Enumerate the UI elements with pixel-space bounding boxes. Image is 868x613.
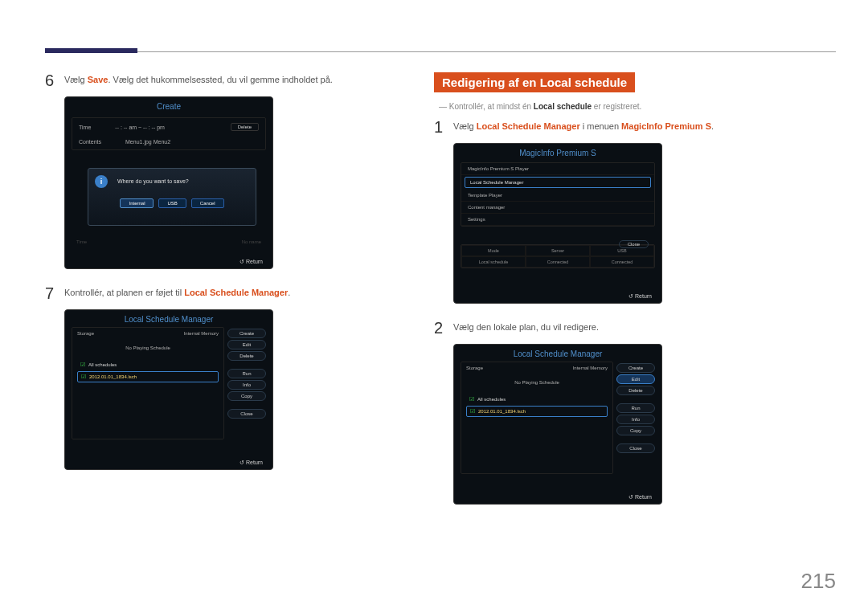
panel-create: Create Time -- : -- am ~ -- : -- pm Dele…	[64, 96, 273, 269]
save-dialog: i Where do you want to save? Internal US…	[88, 168, 256, 226]
panel-title: Local Schedule Manager	[454, 345, 661, 362]
delete-button[interactable]: Delete	[227, 351, 266, 361]
no-playing-label: No Playing Schedule	[466, 380, 608, 385]
schedule-file-row[interactable]: ☑2012.01.01_1834.lsch	[77, 371, 219, 382]
info-icon: i	[95, 175, 108, 188]
step-2-text: Vælg den lokale plan, du vil redigere.	[453, 320, 599, 333]
panel-lsm-2: Local Schedule Manager Storage Internal …	[453, 344, 662, 505]
step-2: 2 Vælg den lokale plan, du vil redigere.	[434, 320, 828, 336]
lsm-list: Storage Internal Memory No Playing Sched…	[72, 327, 224, 439]
info-button[interactable]: Info	[616, 415, 655, 424]
label-storage: Storage	[466, 366, 483, 370]
panel-title: Create	[65, 97, 272, 114]
return-hint: Return	[240, 259, 263, 265]
section-title: Redigering af en Local schedule	[434, 72, 635, 92]
all-schedules-row[interactable]: ☑All schedules	[466, 394, 608, 404]
panel-title: Local Schedule Manager	[65, 310, 272, 327]
check-icon: ☑	[469, 396, 474, 403]
info-button[interactable]: Info	[227, 380, 266, 390]
step-7-text: Kontrollér, at planen er føjet til Local…	[64, 285, 290, 299]
lsm-body: Storage Internal Memory No Playing Sched…	[461, 362, 655, 474]
schedule-file-row[interactable]: ☑2012.01.01_1834.lsch	[466, 406, 608, 417]
delete-button[interactable]: Delete	[616, 386, 655, 395]
step-number: 1	[434, 119, 453, 135]
mi-item-lsm[interactable]: Local Schedule Manager	[465, 177, 651, 188]
label-internal-memory: Internal Memory	[573, 366, 608, 370]
close-button[interactable]: Close	[227, 409, 266, 419]
run-button[interactable]: Run	[227, 369, 266, 378]
lsm-list: Storage Internal Memory No Playing Sched…	[461, 362, 613, 474]
internal-button[interactable]: Internal	[120, 198, 154, 208]
delete-button[interactable]: Delete	[231, 123, 259, 131]
row-contents: Contents Menu1.jpg Menu2	[77, 137, 260, 146]
row-time: Time -- : -- am ~ -- : -- pm Delete	[77, 121, 260, 133]
check-icon: ☑	[80, 362, 85, 368]
bottom-row: Time No name	[76, 239, 261, 244]
step-6-text: Vælg Save. Vælg det hukommelsessted, du …	[64, 72, 333, 86]
check-icon: ☑	[81, 374, 86, 380]
no-playing-label: No Playing Schedule	[77, 345, 219, 350]
mi-item-player[interactable]: MagicInfo Premium S Player	[461, 163, 654, 175]
step-6: 6 Vælg Save. Vælg det hukommelsessted, d…	[45, 72, 415, 88]
mi-item-content[interactable]: Content manager	[461, 202, 654, 214]
status-v-mode: Local schedule	[461, 256, 526, 268]
panel-create-inner: Time -- : -- am ~ -- : -- pm Delete Cont…	[72, 117, 266, 150]
mi-item-settings[interactable]: Settings	[461, 214, 654, 226]
run-button[interactable]: Run	[616, 403, 655, 413]
cancel-button[interactable]: Cancel	[191, 198, 224, 208]
left-column: 6 Vælg Save. Vælg det hukommelsessted, d…	[45, 72, 415, 486]
lsm-body: Storage Internal Memory No Playing Sched…	[72, 327, 266, 439]
lsm-header-row: Storage Internal Memory	[466, 366, 608, 370]
note: Kontrollér, at mindst én Local schedule …	[434, 102, 828, 111]
label-internal-memory: Internal Memory	[184, 331, 219, 336]
step-1-text: Vælg Local Schedule Manager i menuen Mag…	[453, 119, 714, 133]
status-v-usb: Connected	[590, 256, 654, 268]
label-contents: Contents	[79, 139, 101, 145]
lsm-header-row: Storage Internal Memory	[77, 331, 219, 336]
close-button[interactable]: Close	[616, 443, 655, 453]
contents-value: Menu1.jpg Menu2	[125, 139, 170, 145]
mi-item-template[interactable]: Template Player	[461, 190, 654, 202]
copy-button[interactable]: Copy	[227, 391, 266, 401]
lsm-buttons: Create Edit Delete Run Info Copy Close	[613, 362, 655, 474]
copy-button[interactable]: Copy	[616, 426, 655, 435]
panel-magicinfo: MagicInfo Premium S MagicInfo Premium S …	[453, 143, 662, 304]
return-hint: Return	[628, 293, 652, 300]
dialog-buttons: Internal USB Cancel	[95, 198, 249, 208]
close-button[interactable]: Close	[619, 240, 649, 248]
all-schedules-row[interactable]: ☑All schedules	[77, 360, 219, 370]
step-number: 6	[45, 72, 64, 88]
status-v-server: Connected	[526, 256, 590, 268]
step-number: 7	[45, 285, 64, 301]
create-button[interactable]: Create	[227, 329, 266, 338]
time-value: -- : -- am ~ -- : -- pm	[115, 125, 165, 130]
lsm-buttons: Create Edit Delete Run Info Copy Close	[224, 327, 266, 439]
create-button[interactable]: Create	[616, 363, 655, 373]
label-storage: Storage	[77, 331, 94, 336]
right-column: Redigering af en Local schedule Kontroll…	[434, 72, 828, 521]
dialog-question: Where do you want to save?	[117, 178, 249, 184]
panel-lsm-1: Local Schedule Manager Storage Internal …	[64, 309, 273, 470]
step-1: 1 Vælg Local Schedule Manager i menuen M…	[434, 119, 828, 135]
edit-button[interactable]: Edit	[616, 374, 655, 384]
page-number: 215	[801, 569, 836, 594]
header-rule	[45, 51, 836, 52]
header-accent	[45, 48, 137, 53]
return-hint: Return	[240, 460, 263, 466]
return-hint: Return	[628, 494, 652, 501]
step-7: 7 Kontrollér, at planen er føjet til Loc…	[45, 285, 415, 301]
label-time: Time	[79, 125, 91, 130]
status-h-server: Server	[526, 245, 590, 256]
edit-button[interactable]: Edit	[227, 340, 266, 349]
usb-button[interactable]: USB	[158, 198, 186, 208]
mi-menu: MagicInfo Premium S Player Local Schedul…	[461, 162, 655, 227]
check-icon: ☑	[470, 408, 475, 415]
step-number: 2	[434, 320, 453, 336]
status-h-mode: Mode	[461, 245, 526, 256]
panel-title: MagicInfo Premium S	[454, 144, 661, 161]
